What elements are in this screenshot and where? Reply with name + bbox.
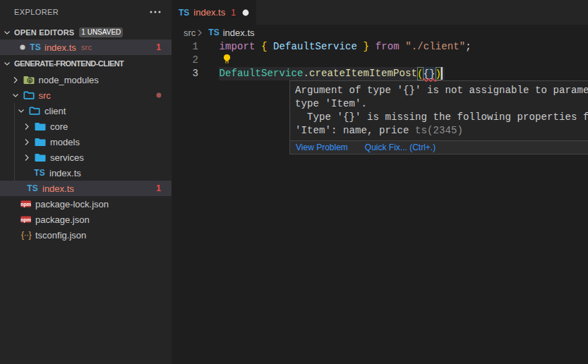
svg-text:npm: npm	[20, 202, 31, 207]
svg-text:npm: npm	[20, 217, 31, 223]
